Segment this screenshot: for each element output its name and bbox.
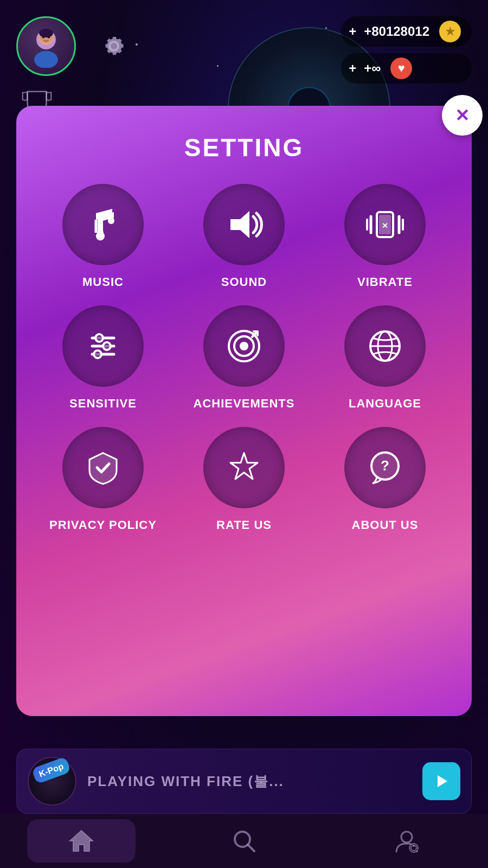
avatar-icon: [24, 24, 68, 68]
setting-language[interactable]: LANGUAGE: [320, 305, 450, 411]
heart-icon: ♥: [390, 58, 412, 79]
svg-text:?: ?: [381, 457, 389, 474]
nav-search[interactable]: [190, 819, 298, 863]
setting-vibrate[interactable]: ✕ VIBRATE: [320, 184, 450, 289]
svg-line-41: [248, 845, 254, 851]
setting-about[interactable]: ? ABOUT US: [320, 427, 450, 532]
music-icon: [84, 206, 122, 244]
coin-icon: ★: [439, 21, 461, 42]
coins-badge: + +80128012 ★: [341, 16, 472, 47]
setting-privacy[interactable]: PRIVACY POLICY: [38, 427, 168, 532]
setting-achievements[interactable]: ACHIEVEMENTS: [179, 305, 309, 411]
svg-point-6: [48, 36, 50, 39]
bottom-nav: [0, 814, 488, 868]
svg-marker-14: [230, 211, 249, 238]
song-play-button[interactable]: [422, 762, 460, 800]
svg-point-25: [95, 334, 103, 342]
music-circle: [62, 184, 144, 265]
search-icon: [230, 827, 258, 854]
avatar-button[interactable]: [16, 16, 76, 76]
sound-icon: [225, 206, 263, 244]
about-label: ABOUT US: [352, 518, 419, 532]
close-button[interactable]: ✕: [442, 95, 483, 136]
song-bar: K-Pop PLAYING WITH FIRE (불...: [16, 749, 472, 814]
settings-grid: MUSIC SOUND: [38, 184, 450, 532]
gear-button[interactable]: [92, 24, 136, 68]
sensitive-circle: [62, 305, 144, 387]
svg-point-27: [94, 350, 101, 358]
modal-title: SETTING: [184, 133, 304, 162]
music-label: MUSIC: [82, 275, 124, 289]
shield-icon: [84, 449, 122, 487]
hearts-value: +∞: [364, 61, 381, 76]
play-icon: [433, 773, 450, 789]
globe-icon: [366, 327, 404, 365]
svg-point-42: [401, 832, 412, 843]
gear-icon: [98, 30, 130, 62]
coins-plus: +: [349, 24, 356, 39]
song-title: PLAYING WITH FIRE (불...: [87, 772, 284, 791]
hearts-badge: + +∞ ♥: [341, 53, 472, 84]
language-circle: [344, 305, 426, 387]
setting-rate[interactable]: RATE US: [179, 427, 309, 532]
vibrate-icon: ✕: [366, 206, 404, 244]
setting-sensitive[interactable]: SENSITIVE: [38, 305, 168, 411]
svg-point-4: [39, 29, 53, 37]
achievements-label: ACHIEVEMENTS: [194, 397, 295, 411]
svg-text:✕: ✕: [382, 221, 388, 230]
kpop-badge: K-Pop: [31, 756, 71, 784]
chat-icon: ?: [366, 449, 404, 487]
coins-value: +80128012: [364, 24, 429, 39]
modal-overlay: ✕ SETTING MUSIC: [16, 106, 472, 716]
home-icon: [68, 827, 95, 854]
about-circle: ?: [344, 427, 426, 508]
sensitive-label: SENSITIVE: [69, 397, 137, 411]
svg-marker-35: [230, 453, 258, 479]
profile-icon: [393, 827, 420, 854]
privacy-label: PRIVACY POLICY: [49, 518, 157, 532]
song-vinyl: K-Pop: [28, 757, 76, 806]
rate-circle: [203, 427, 285, 508]
top-bar: + +80128012 ★ + +∞ ♥: [0, 0, 488, 98]
nav-profile[interactable]: [352, 819, 461, 863]
vibrate-circle: ✕: [344, 184, 426, 265]
language-label: LANGUAGE: [349, 397, 421, 411]
svg-point-9: [97, 229, 104, 236]
settings-modal: ✕ SETTING MUSIC: [16, 106, 472, 716]
sound-label: SOUND: [221, 275, 267, 289]
setting-sound[interactable]: SOUND: [179, 184, 309, 289]
svg-point-26: [103, 342, 111, 350]
hearts-plus: +: [349, 61, 356, 76]
top-right: + +80128012 ★ + +∞ ♥: [341, 16, 472, 84]
target-icon: [225, 327, 263, 365]
setting-music[interactable]: MUSIC: [38, 184, 168, 289]
svg-point-5: [42, 36, 45, 39]
vibrate-label: VIBRATE: [357, 275, 413, 289]
achievements-circle: [203, 305, 285, 387]
svg-marker-39: [70, 831, 93, 851]
sound-circle: [203, 184, 285, 265]
star-icon: [225, 449, 263, 487]
svg-point-45: [413, 845, 415, 847]
svg-marker-38: [438, 775, 447, 787]
privacy-circle: [62, 427, 144, 508]
nav-home[interactable]: [27, 819, 136, 863]
svg-point-2: [34, 51, 58, 68]
svg-point-30: [240, 342, 248, 350]
rate-label: RATE US: [216, 518, 272, 532]
sliders-icon: [84, 327, 122, 365]
